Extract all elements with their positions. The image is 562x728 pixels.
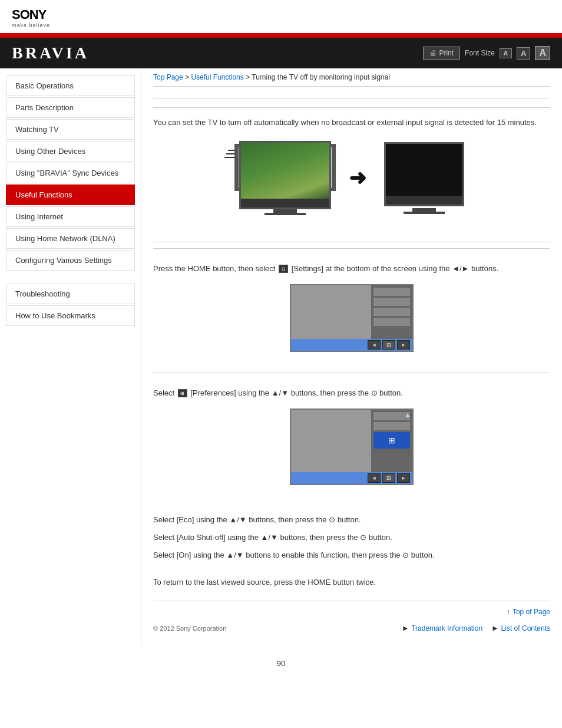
brand-bar: BRAVIA 🖨 Print Font Size A A A — [0, 38, 562, 68]
sidebar-item-parts-description[interactable]: Parts Description — [6, 97, 135, 118]
section-description: You can set the TV to turn off automatic… — [153, 107, 550, 236]
sv-footer-icon-1: ◄ — [368, 340, 381, 350]
section-steps3: Select [Eco] using the ▲/▼ buttons, then… — [153, 506, 550, 569]
sidebar-item-using-internet[interactable]: Using Internet — [6, 206, 135, 227]
sv2-selected-icon: ⊞ — [388, 436, 395, 445]
print-icon: 🖨 — [429, 49, 437, 57]
page-footer: ↑ Top of Page © 2012 Sony Corporation ► … — [153, 601, 550, 635]
sidebar-item-configuring-various[interactable]: Configuring Various Settings — [6, 250, 135, 271]
tv-on-frame — [239, 141, 331, 209]
tv-illustration: [ ] ➜ — [153, 141, 550, 215]
red-bar — [0, 33, 562, 38]
section-step1: Press the HOME button, then select ⊟ [Se… — [153, 248, 550, 370]
sv-row-1 — [373, 288, 410, 296]
breadcrumb-useful-functions[interactable]: Useful Functions — [191, 73, 243, 81]
font-size-label: Font Size — [465, 49, 495, 57]
sidebar: Basic Operations Parts Description Watch… — [0, 68, 141, 647]
tv-on-unit: [ ] — [239, 141, 331, 215]
sv-left-panel — [291, 285, 371, 339]
sidebar-item-using-other-devices[interactable]: Using Other Devices — [6, 141, 135, 162]
breadcrumb-top[interactable]: Top Page — [153, 73, 183, 81]
tv-off-screen — [386, 144, 462, 196]
footer-links: © 2012 Sony Corporation ► Trademark Info… — [153, 621, 550, 635]
arrow-container: ➜ — [349, 166, 366, 190]
sv-footer-icon-2: ⊟ — [382, 340, 395, 350]
trademark-link[interactable]: Trademark Information — [411, 624, 482, 633]
return-note: To return to the last viewed source, pre… — [153, 577, 550, 589]
sony-tagline: make.believe — [12, 22, 550, 28]
sidebar-item-how-to-bookmarks[interactable]: How to Use Bookmarks — [6, 305, 135, 326]
step2-text: Select ⊞ [Preferences] using the ▲/▼ but… — [153, 387, 550, 400]
breadcrumb: Top Page > Useful Functions > Turning th… — [153, 68, 550, 87]
tv-on-bottom — [241, 199, 329, 207]
top-of-page-link-container: ↑ Top of Page — [153, 607, 550, 616]
font-large-button[interactable]: A — [535, 46, 550, 60]
list-arrow-icon: ► — [491, 624, 499, 633]
top-of-page-link[interactable]: Top of Page — [513, 608, 550, 616]
preferences-inline-icon: ⊞ — [178, 389, 187, 397]
section-step2: Select ⊞ [Preferences] using the ▲/▼ but… — [153, 373, 550, 503]
copyright-text: © 2012 Sony Corporation — [153, 625, 226, 632]
step1-text: Press the HOME button, then select ⊟ [Se… — [153, 262, 550, 275]
content-area: Top Page > Useful Functions > Turning th… — [141, 68, 562, 647]
sv2-row-2 — [373, 422, 410, 430]
sv2-row-selected: ⊞ — [373, 432, 410, 449]
bravia-title: BRAVIA — [12, 44, 89, 62]
list-of-contents-link[interactable]: List of Contents — [501, 624, 550, 633]
sv-row-3 — [373, 308, 410, 316]
breadcrumb-current: Turning the TV off by monitoring input s… — [252, 73, 390, 81]
settings-inline-icon: ⊟ — [279, 265, 288, 273]
sony-logo: SONY — [12, 7, 550, 22]
sv2-footer-icon-2: ⊟ — [382, 473, 395, 483]
tv-off-pedestal — [404, 212, 445, 214]
trademark-arrow-icon: ► — [402, 624, 409, 633]
sv2-footer-icon-3: ► — [397, 473, 410, 483]
sv-footer-icon-3: ► — [397, 340, 410, 350]
sv2-footer-icon-1: ◄ — [368, 473, 381, 483]
sv2-footer-bar: ◄ ⊟ ► — [291, 472, 412, 484]
tv-off-bottom — [386, 196, 462, 205]
step3a-text: Select [Eco] using the ▲/▼ buttons, then… — [153, 513, 550, 526]
sidebar-item-using-bravia-sync[interactable]: Using "BRAVIA" Sync Devices — [6, 163, 135, 183]
sv-row-2 — [373, 298, 410, 306]
font-medium-button[interactable]: A — [517, 47, 530, 60]
top-arrow-icon: ↑ — [507, 607, 511, 616]
footer-right-links: ► Trademark Information ► List of Conten… — [402, 624, 550, 633]
sidebar-item-basic-operations[interactable]: Basic Operations — [6, 75, 135, 96]
settings-screenshot-1: ◄ ⊟ ► — [290, 284, 414, 352]
print-button[interactable]: 🖨 Print — [423, 47, 460, 60]
step3b-text: Select [Auto Shut-off] using the ▲/▼ but… — [153, 531, 550, 544]
sidebar-item-using-home-network[interactable]: Using Home Network (DLNA) — [6, 228, 135, 249]
print-label: Print — [439, 49, 454, 57]
tv-on-pedestal — [265, 213, 306, 215]
description-text: You can set the TV to turn off automatic… — [153, 117, 550, 129]
tv-on-screen — [241, 143, 329, 199]
sidebar-item-troubleshooting[interactable]: Troubleshooting — [6, 284, 135, 304]
sv-row-4 — [373, 318, 410, 326]
sidebar-item-useful-functions[interactable]: Useful Functions — [6, 185, 135, 205]
toolbar: 🖨 Print Font Size A A A — [423, 46, 550, 60]
sv2-arrow-up: ▲ — [404, 411, 411, 419]
page-number: 90 — [0, 647, 562, 680]
sv-right-panel — [371, 285, 412, 339]
sv2-left-panel — [291, 410, 371, 472]
font-small-button[interactable]: A — [500, 48, 512, 58]
sony-header: SONY make.believe — [0, 0, 562, 33]
tv-off-frame — [384, 142, 464, 206]
sidebar-item-watching-tv[interactable]: Watching TV — [6, 119, 135, 140]
settings-screenshot-2: ⊞ ▲ ◄ ⊟ ► — [290, 409, 414, 485]
tv-off-unit — [384, 142, 464, 214]
step3c-text: Select [On] using the ▲/▼ buttons to ena… — [153, 549, 550, 562]
sv-footer-bar: ◄ ⊟ ► — [291, 339, 412, 351]
